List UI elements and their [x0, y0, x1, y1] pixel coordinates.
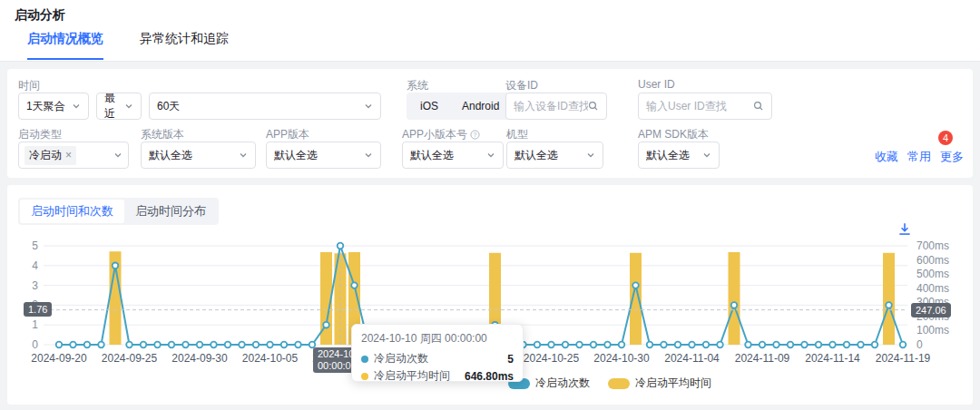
tag-close-icon[interactable]: ×: [65, 149, 72, 161]
favorite-link[interactable]: 收藏: [875, 149, 898, 165]
chevron-down-icon: [124, 102, 133, 111]
point-cold-start-count: [563, 342, 569, 348]
point-cold-start-count: [253, 342, 260, 348]
launch-type-label: 启动类型: [18, 127, 62, 142]
point-cold-start-count: [211, 342, 217, 348]
y-axis-tick-left: 4: [18, 259, 38, 272]
common-count-badge: 4: [938, 131, 953, 145]
point-cold-start-count: [717, 342, 723, 348]
y-axis-tick-left: 5: [18, 239, 38, 252]
system-option-android[interactable]: Android: [450, 94, 511, 118]
device-id-label: 设备ID: [505, 78, 538, 93]
chevron-down-icon: [239, 151, 248, 160]
x-axis-tick: 2024-09-20: [31, 352, 86, 365]
search-icon[interactable]: [588, 101, 599, 112]
point-cold-start-count: [338, 243, 344, 249]
tooltip-row-count: 冷启动次数 5: [361, 350, 514, 367]
point-cold-start-count: [197, 342, 203, 348]
launch-type-select[interactable]: 冷启动×: [18, 142, 129, 169]
time-label: 时间: [18, 78, 40, 93]
launch-analysis-page: 启动分析 启动情况概览 异常统计和追踪 时间 1天聚合 最近 60天 系统 iO…: [0, 0, 980, 410]
time-range-value-select[interactable]: 60天: [149, 93, 381, 120]
os-version-select[interactable]: 默认全选: [141, 142, 256, 169]
bar-avg-time: [630, 253, 642, 345]
point-cold-start-count: [113, 263, 119, 269]
tooltip-dot-avg-time: [361, 373, 368, 380]
x-axis-tick: 2024-11-14: [805, 352, 860, 365]
point-cold-start-count: [323, 322, 329, 328]
svg-text:?: ?: [474, 132, 477, 138]
help-icon[interactable]: ?: [470, 130, 480, 140]
y-axis-tick-right: 400ms: [916, 282, 949, 295]
chevron-down-icon: [364, 102, 373, 111]
bar-avg-time: [883, 253, 895, 345]
tab-exception-stats[interactable]: 异常统计和追踪: [140, 31, 229, 60]
apm-sdk-version-select[interactable]: 默认全选: [638, 142, 720, 169]
point-cold-start-count: [98, 342, 104, 348]
y-axis-tick-right: 100ms: [916, 324, 949, 337]
tooltip-value-count: 5: [507, 353, 514, 366]
app-version-select[interactable]: 默认全选: [266, 142, 381, 169]
x-axis-tick: 2024-10-25: [524, 352, 579, 365]
x-axis-tick: 2024-10-05: [242, 352, 298, 365]
point-cold-start-count: [225, 342, 231, 348]
y-axis-tick-right: 500ms: [916, 268, 949, 280]
point-cold-start-count: [829, 342, 836, 348]
tooltip-row-avg-time: 冷启动平均时间 646.80ms: [361, 367, 514, 385]
x-axis-tick: 2024-09-25: [102, 352, 157, 365]
point-cold-start-count: [844, 342, 850, 348]
device-model-select[interactable]: 默认全选: [506, 142, 603, 169]
point-cold-start-count: [84, 342, 91, 348]
point-cold-start-count: [169, 342, 175, 348]
chevron-down-icon: [486, 151, 495, 160]
point-cold-start-count: [745, 342, 751, 348]
tooltip-dot-count: [361, 356, 368, 363]
time-range-type-select[interactable]: 最近: [96, 93, 142, 120]
time-aggregation-select[interactable]: 1天聚合: [18, 93, 89, 120]
point-cold-start-count: [900, 342, 906, 348]
point-cold-start-count: [788, 342, 794, 348]
common-link[interactable]: 常用: [907, 149, 931, 165]
main-tabs: 启动情况概览 异常统计和追踪: [27, 31, 229, 60]
y-axis-tick-left: 1: [18, 318, 38, 331]
point-cold-start-count: [534, 342, 541, 348]
user-id-label: User ID: [638, 78, 675, 91]
user-id-field-wrap: [638, 93, 772, 120]
point-cold-start-count: [858, 342, 864, 348]
point-cold-start-count: [604, 342, 611, 348]
search-icon[interactable]: [753, 101, 764, 112]
system-option-ios[interactable]: iOS: [408, 94, 450, 118]
x-axis-tick: 2024-11-04: [664, 352, 720, 365]
point-cold-start-count: [126, 342, 132, 348]
left-average-badge: 1.76: [24, 302, 52, 317]
page-title: 启动分析: [15, 7, 65, 24]
app-minor-version-select[interactable]: 默认全选: [402, 142, 504, 169]
legend-item-cold-start-avg-time[interactable]: 冷启动平均时间: [608, 376, 711, 391]
point-cold-start-count: [886, 302, 892, 308]
chevron-down-icon: [586, 151, 595, 160]
x-axis-tick: 2024-10-30: [593, 352, 649, 365]
right-average-badge: 247.06: [911, 303, 951, 317]
tooltip-title: 2024-10-10 周四 00:00:00: [361, 331, 514, 347]
point-cold-start-count: [760, 342, 766, 348]
point-cold-start-count: [576, 342, 583, 348]
y-axis-tick-left: 0: [18, 338, 38, 351]
more-link[interactable]: 更多: [940, 149, 964, 165]
apm-sdk-version-label: APM SDK版本: [638, 127, 709, 142]
point-cold-start-count: [281, 342, 288, 348]
app-version-label: APP版本: [266, 127, 309, 142]
point-cold-start-count: [239, 342, 245, 348]
point-cold-start-count: [661, 342, 667, 348]
device-id-field-wrap: [505, 93, 607, 120]
chevron-down-icon: [113, 151, 122, 160]
point-cold-start-count: [731, 302, 738, 308]
tab-launch-overview[interactable]: 启动情况概览: [27, 31, 103, 60]
point-cold-start-count: [703, 342, 710, 348]
point-cold-start-count: [773, 342, 779, 348]
y-axis-tick-right: 600ms: [916, 254, 949, 267]
y-axis-tick-right: 700ms: [916, 239, 949, 252]
user-id-input[interactable]: [646, 100, 753, 112]
chart-panel: 启动时间和次数 启动时间分布 012345 0100ms200ms300ms40…: [7, 185, 973, 405]
x-axis-tick: 2024-09-30: [172, 352, 227, 365]
device-id-input[interactable]: [514, 100, 588, 112]
